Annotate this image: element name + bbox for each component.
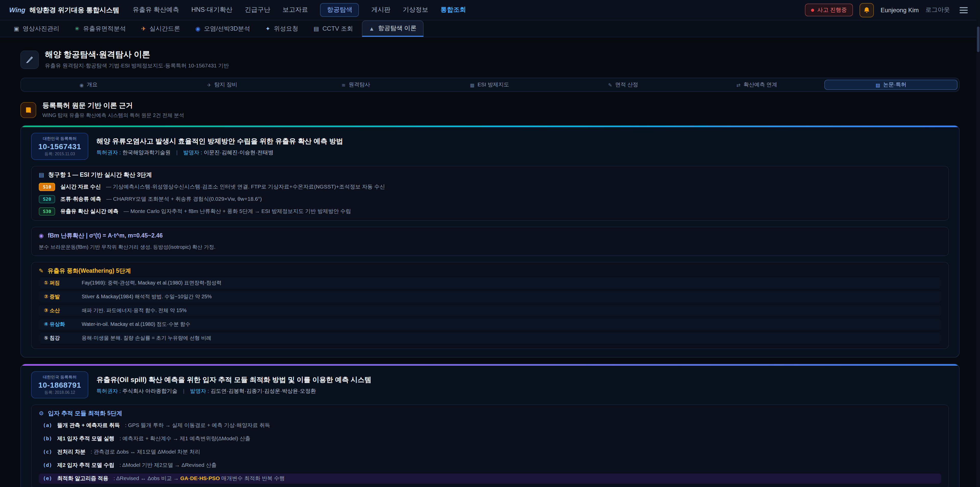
theory-tab-bar: ◉ 개요 ✈ 탐지 장비 ≋ 원격탐사 ▦ ESI 방제지도 ✎ 면적 산정 ⇄… [21, 78, 959, 92]
owner-label: 특허권자 : [97, 387, 121, 394]
page-header: 해양 항공탐색·원격탐사 이론 유출유 원격탐지·항공탐색 기법·ESI 방제정… [21, 49, 959, 69]
nav-integrated-search[interactable]: 통합조회 [441, 6, 466, 14]
theory-doc-icon: ▲ [369, 25, 375, 31]
hamburger-menu-button[interactable] [956, 4, 971, 16]
tab-overview[interactable]: ◉ 개요 [22, 80, 155, 90]
cctv-icon: ▤ [313, 25, 319, 32]
nav-reports[interactable]: 보고자료 [283, 6, 308, 14]
ship-3d-icon: ◉ [196, 25, 200, 32]
owner-value: 한국해양과학기술원 [123, 149, 171, 155]
plane-icon: ✈ [207, 82, 211, 88]
fbm-title: fBm 난류확산 | σ²(t) = A·t^m, m=0.45~2.46 [48, 232, 162, 240]
app-logo[interactable]: Wing 해양환경 위기대응 통합시스템 [9, 5, 119, 14]
weathering-row: ③ 소산 쇄파 기반. 파도에너지·용적 함수. 전체 약 15% [39, 305, 941, 316]
gear-icon: ⚙ [39, 410, 44, 417]
main-content: 해양 항공탐색·원격탐사 이론 유출유 원격탐지·항공탐색 기법·ESI 방제정… [21, 49, 959, 487]
drone-icon: ✈ [141, 25, 146, 32]
incident-status-badge[interactable]: 사고 진행중 [805, 3, 853, 16]
wave-icon: ≋ [342, 82, 345, 88]
patent-meta: 특허권자 : 한국해양과학기술원 | 발명자 : 이문진·김혜진·이승현·전태병 [97, 149, 343, 156]
module-step-row: (b) 제1 입자 추적 모델 실행 : 예측자료 + 확산계수 → 제1 예측… [39, 434, 941, 444]
subnav-pollution-ship-3d[interactable]: ◉ 오염/선박3D분석 [189, 21, 257, 37]
subnav-aerial-search-theory[interactable]: ▲ 항공탐색 이론 [362, 21, 424, 37]
module-step-row: (a) 뜰개 관측 + 예측자료 취득 : GPS 뜰개 투하 → 실제 이동경… [39, 420, 941, 431]
section-subtitle: WING 탑재 유출유 확산예측 시스템의 특허 원문 2건 전체 분석 [42, 112, 184, 119]
book-icon [21, 102, 36, 118]
patent-card-10-1567431: 대한민국 등록특허 10-1567431 등록: 2015.11.03 해양 유… [21, 125, 959, 358]
notifications-button[interactable] [860, 3, 874, 17]
logout-button[interactable]: 로그아웃 [925, 6, 950, 14]
fbm-description: 분수 브라운운동(fBm) 기반 무작위 확산거리 생성. 등방성(isotro… [39, 244, 941, 251]
aerial-search-subnav: ▣ 영상사진관리 ✳ 유출유면적분석 ✈ 실시간드론 ◉ 오염/선박3D분석 ✦… [0, 21, 980, 37]
inventors-label: 발명자 : [183, 149, 202, 155]
patent-reg-date: 등록: 2018.06.12 [45, 390, 75, 395]
scrollbar[interactable] [977, 0, 980, 487]
step-badge-s20: S20 [39, 195, 56, 203]
subnav-satellite-request[interactable]: ✦ 위성요청 [259, 21, 305, 37]
fbm-dot-icon: ◉ [39, 232, 44, 239]
claim-step-row: S10 실시간 자료 수신 — 기상예측시스템·위성영상수신시스템·검조소 인터… [39, 183, 941, 191]
tab-esi-response-map[interactable]: ▦ ESI 방제지도 [423, 80, 555, 90]
user-name: Eunjeong Kim [881, 6, 919, 14]
bell-icon [863, 6, 870, 14]
area-analysis-icon: ✳ [75, 25, 80, 32]
weathering-row: ⑤ 침강 용해·미생물 분해. 질량 손실률 = 초기 누유량에 선형 비례 [39, 332, 941, 344]
subnav-image-photo-management[interactable]: ▣ 영상사진관리 [7, 21, 66, 37]
nav-emergency-rescue[interactable]: 긴급구난 [245, 6, 270, 14]
patent-number-badge: 대한민국 등록특허 10-1868791 등록: 2018.06.12 [31, 371, 88, 398]
pencil-icon: ✎ [608, 82, 612, 88]
scrollbar-thumb[interactable] [977, 27, 980, 52]
tab-remote-sensing[interactable]: ≋ 원격탐사 [290, 80, 422, 90]
module-step-row-optimization: (e) 최적화 알고리즘 적용 : ΔRevised ↔ Δobs 비교 → G… [39, 473, 941, 484]
subnav-cctv-view[interactable]: ▤ CCTV 조회 [307, 21, 360, 37]
app-root: Wing 해양환경 위기대응 통합시스템 유출유 확산예측 HNS·대기확산 긴… [0, 0, 980, 487]
owner-value: 주식회사 아라종합기술 [123, 387, 178, 394]
owner-label: 특허권자 : [97, 149, 121, 155]
page-header-icon [21, 50, 39, 69]
meta-separator: | [183, 387, 184, 394]
map-icon: ▦ [470, 82, 474, 88]
inventors-label: 발명자 : [190, 387, 209, 394]
module-step-row: (c) 전처리 차분 : 관측경로 Δobs ↔ 제1모델 ΔModel 차분 … [39, 447, 941, 457]
step-badge-s10: S10 [39, 183, 56, 191]
module-step-row: (d) 제2 입자 추적 모델 수립 : ΔModel 기반 제2모델 → ΔR… [39, 460, 941, 470]
meta-separator: | [176, 149, 177, 155]
tab-area-calculation[interactable]: ✎ 면적 산정 [557, 80, 689, 90]
patent-country-label: 대한민국 등록특허 [43, 374, 76, 380]
nav-hns-air-diffusion[interactable]: HNS·대기확산 [191, 6, 232, 14]
nav-weather-info[interactable]: 기상정보 [403, 6, 428, 14]
section-title: 등록특허 원문 기반 이론 근거 [42, 101, 184, 110]
claim-book-icon: ▤ [39, 172, 44, 178]
document-icon: ▤ [876, 82, 880, 88]
weathering-panel: ✎ 유출유 풍화(Weathering) 5단계 ① 퍼짐 Fay(1969):… [31, 262, 949, 349]
patent-number: 10-1868791 [38, 380, 81, 389]
tab-diffusion-prediction-link[interactable]: ⇄ 확산예측 연계 [691, 80, 823, 90]
nav-aerial-search[interactable]: 항공탐색 [320, 3, 359, 17]
weathering-row: ① 퍼짐 Fay(1969): 중력-관성력, Mackay et al.(19… [39, 277, 941, 289]
claim-title: 청구항 1 — ESI 기반 실시간 확산 3단계 [48, 171, 152, 179]
algorithms-highlight: GA·DE·HS·PSO [180, 475, 220, 481]
link-icon: ⇄ [737, 82, 741, 88]
tab-papers-patents[interactable]: ▤ 논문·특허 [824, 80, 958, 90]
inventors-value: 이문진·김혜진·이승현·전태병 [204, 149, 273, 155]
patent-country-label: 대한민국 등록특허 [43, 136, 76, 142]
subnav-realtime-drone[interactable]: ✈ 실시간드론 [135, 21, 186, 37]
weathering-title: 유출유 풍화(Weathering) 5단계 [48, 267, 131, 275]
claim-step-row: S20 조류·취송류 예측 — CHARRY모델 조화분석 + 취송류 경험식(… [39, 195, 941, 203]
incident-dot-icon [811, 8, 814, 11]
patent-reg-date: 등록: 2015.11.03 [45, 151, 75, 157]
tab-detection-equipment[interactable]: ✈ 탐지 장비 [156, 80, 288, 90]
nav-board[interactable]: 게시판 [371, 6, 390, 14]
nav-spill-prediction[interactable]: 유출유 확산예측 [133, 6, 179, 14]
patent-header: 대한민국 등록특허 10-1567431 등록: 2015.11.03 해양 유… [31, 133, 949, 160]
main-navigation: 유출유 확산예측 HNS·대기확산 긴급구난 보고자료 항공탐색 게시판 기상정… [133, 3, 792, 17]
claim-panel: ▤ 청구항 1 — ESI 기반 실시간 확산 3단계 S10 실시간 자료 수… [31, 166, 949, 220]
fbm-panel: ◉ fBm 난류확산 | σ²(t) = A·t^m, m=0.45~2.46 … [31, 227, 949, 256]
patent-title: 유출유(Oil spill) 확산 예측을 위한 입자 추적 모듈 최적화 방법… [97, 375, 371, 384]
app-title: 해양환경 위기대응 통합시스템 [29, 5, 119, 14]
hamburger-icon [959, 7, 968, 8]
subnav-spill-area-analysis[interactable]: ✳ 유출유면적분석 [68, 21, 132, 37]
camera-icon: ▣ [14, 25, 19, 32]
weathering-row: ② 증발 Stiver & Mackay(1984) 해석적 방법. 수일~10… [39, 291, 941, 302]
page-subtitle: 유출유 원격탐지·항공탐색 기법·ESI 방제정보지도·등록특허 10-1567… [45, 62, 229, 69]
